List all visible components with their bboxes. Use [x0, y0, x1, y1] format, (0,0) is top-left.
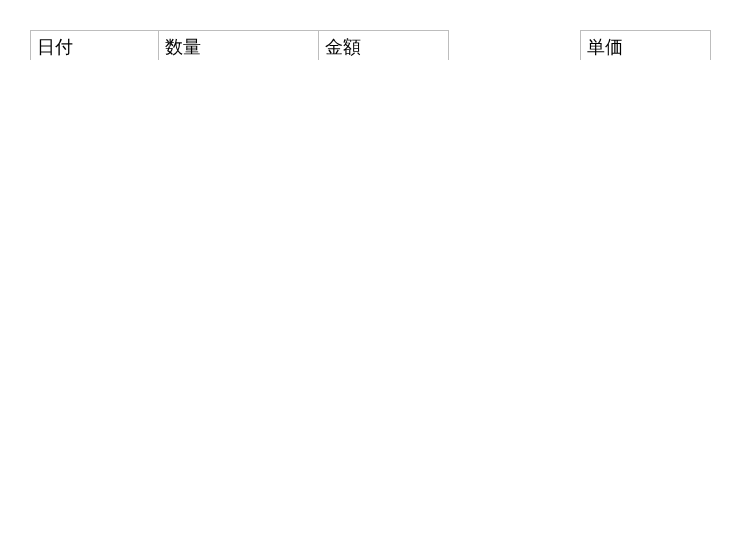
header-qty[interactable]: 数量: [159, 31, 319, 61]
header-unit-price[interactable]: 単価: [581, 31, 711, 61]
data-table[interactable]: 日付 数量 金額 1月4日 10 =C4*$F4 1月5日 6 1月6日 16 …: [30, 30, 450, 60]
unit-price-table[interactable]: 単価 180: [580, 30, 711, 60]
header-amount[interactable]: 金額: [319, 31, 449, 61]
header-row: 日付 数量 金額: [31, 31, 449, 61]
header-date[interactable]: 日付: [31, 31, 159, 61]
header-row: 単価: [581, 31, 711, 61]
